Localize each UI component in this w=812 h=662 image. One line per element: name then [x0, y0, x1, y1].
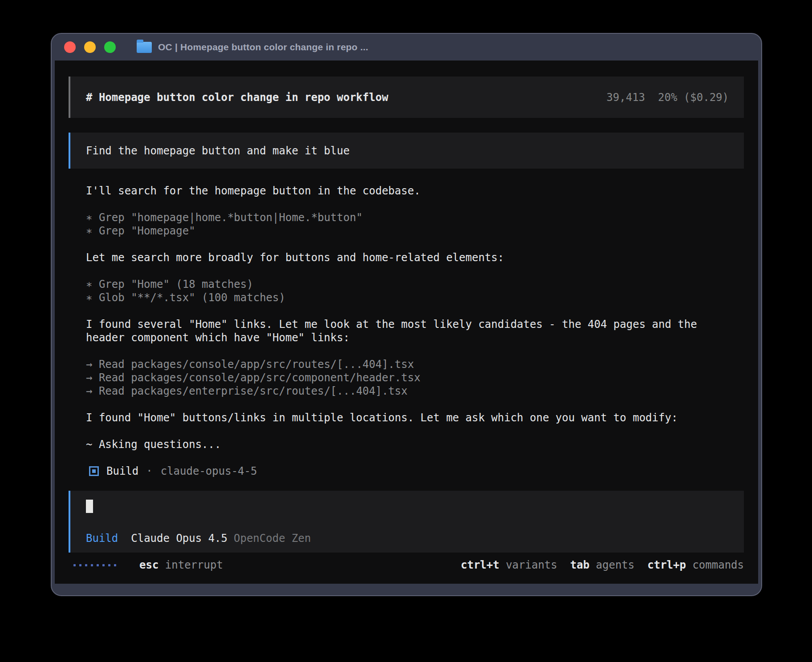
agent-status-row: Build · claude-opus-4-5	[86, 464, 744, 478]
tool-call-grep: ∗ Grep "homepage|home.*button|Home.*butt…	[86, 211, 744, 224]
assistant-transcript: I'll search for the homepage button in t…	[69, 184, 744, 478]
close-button-icon[interactable]	[64, 41, 76, 53]
progress-spinner-icon	[73, 564, 116, 566]
tool-bullet-icon: ∗	[86, 291, 92, 304]
tool-call-read: → Read packages/console/app/src/routes/[…	[86, 358, 744, 371]
minimize-button-icon[interactable]	[84, 41, 96, 53]
read-arrow-icon: →	[86, 385, 92, 397]
terminal-content: # Homepage button color change in repo w…	[55, 61, 758, 584]
assistant-text: I found several "Home" links. Let me loo…	[86, 318, 744, 331]
status-footer: esc interrupt ctrl+t variants tab agents…	[69, 558, 744, 572]
user-message: Find the homepage button and make it blu…	[69, 133, 744, 169]
hint-variants: ctrl+t variants	[461, 558, 557, 572]
assistant-text: Let me search more broadly for buttons a…	[86, 251, 744, 264]
input-mode-label: Build	[86, 532, 118, 545]
session-stats: 39,413 20% ($0.29)	[606, 91, 729, 104]
text-cursor	[86, 500, 93, 513]
context-cost: 20% ($0.29)	[658, 91, 729, 104]
window-title: OC | Homepage button color change in rep…	[158, 42, 368, 52]
read-arrow-icon: →	[86, 371, 92, 384]
tool-call-glob: ∗ Glob "**/*.tsx" (100 matches)	[86, 291, 744, 304]
tool-call-read: → Read packages/console/app/src/componen…	[86, 371, 744, 384]
input-provider-label: OpenCode Zen	[234, 532, 311, 545]
title-bar[interactable]: OC | Homepage button color change in rep…	[52, 34, 761, 61]
tool-bullet-icon: ∗	[86, 211, 92, 224]
session-header: # Homepage button color change in repo w…	[69, 77, 744, 118]
assistant-text: header component which have "Home" links…	[86, 331, 744, 344]
assistant-text: I'll search for the homepage button in t…	[86, 184, 744, 198]
read-arrow-icon: →	[86, 358, 92, 371]
hint-agents: tab agents	[570, 558, 635, 572]
tool-bullet-icon: ∗	[86, 278, 92, 291]
session-title: # Homepage button color change in repo w…	[86, 91, 388, 104]
hint-interrupt: esc interrupt	[139, 558, 223, 572]
agent-name: Build	[106, 464, 138, 478]
tool-call-read: → Read packages/enterprise/src/routes/[.…	[86, 384, 744, 398]
input-model-label: Claude Opus 4.5	[131, 532, 227, 545]
tool-call-grep: ∗ Grep "Homepage"	[86, 224, 744, 238]
token-count: 39,413	[606, 91, 645, 104]
user-message-text: Find the homepage button and make it blu…	[86, 144, 349, 157]
folder-icon	[137, 42, 152, 53]
terminal-window: OC | Homepage button color change in rep…	[51, 33, 762, 596]
zoom-button-icon[interactable]	[104, 41, 116, 53]
assistant-activity: ~ Asking questions...	[86, 438, 744, 451]
tool-bullet-icon: ∗	[86, 225, 92, 237]
prompt-input[interactable]: Build Claude Opus 4.5 OpenCode Zen	[69, 491, 744, 553]
separator-dot: ·	[146, 464, 152, 478]
assistant-text: I found "Home" buttons/links in multiple…	[86, 411, 744, 424]
model-name: claude-opus-4-5	[161, 464, 257, 478]
hint-commands: ctrl+p commands	[647, 558, 744, 572]
input-meta-row: Build Claude Opus 4.5 OpenCode Zen	[86, 532, 729, 545]
build-agent-icon	[89, 466, 99, 476]
tool-call-grep: ∗ Grep "Home" (18 matches)	[86, 278, 744, 291]
